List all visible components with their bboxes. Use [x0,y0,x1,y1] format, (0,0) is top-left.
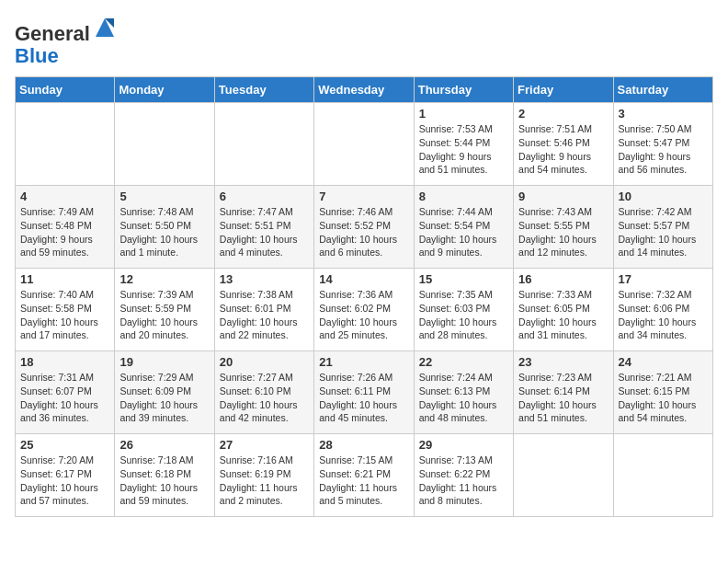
col-thursday: Thursday [414,77,513,103]
day-cell: 2Sunrise: 7:51 AM Sunset: 5:46 PM Daylig… [514,103,613,186]
day-number: 5 [119,190,209,203]
day-info: Sunrise: 7:39 AM Sunset: 5:59 PM Dayligh… [119,288,209,342]
day-number: 25 [20,438,109,452]
day-cell: 13Sunrise: 7:38 AM Sunset: 6:01 PM Dayli… [214,269,313,351]
day-cell: 6Sunrise: 7:47 AM Sunset: 5:51 PM Daylig… [214,186,313,269]
day-cell: 8Sunrise: 7:44 AM Sunset: 5:54 PM Daylig… [414,186,513,269]
day-number: 17 [619,272,708,286]
day-info: Sunrise: 7:29 AM Sunset: 6:09 PM Dayligh… [119,371,209,425]
col-friday: Friday [514,77,613,103]
day-info: Sunrise: 7:40 AM Sunset: 5:58 PM Dayligh… [20,288,109,342]
day-cell [16,103,115,186]
calendar-table: Sunday Monday Tuesday Wednesday Thursday… [15,76,713,517]
day-cell: 18Sunrise: 7:31 AM Sunset: 6:07 PM Dayli… [16,351,115,434]
day-cell: 25Sunrise: 7:20 AM Sunset: 6:17 PM Dayli… [16,434,115,517]
day-info: Sunrise: 7:23 AM Sunset: 6:14 PM Dayligh… [518,371,608,425]
col-sunday: Sunday [16,77,115,103]
day-info: Sunrise: 7:31 AM Sunset: 6:07 PM Dayligh… [20,371,109,425]
day-number: 21 [319,355,408,369]
logo: General Blue [15,15,118,67]
day-info: Sunrise: 7:50 AM Sunset: 5:47 PM Dayligh… [619,122,708,177]
day-number: 24 [619,355,708,369]
day-info: Sunrise: 7:26 AM Sunset: 6:11 PM Dayligh… [319,371,408,425]
day-cell [613,434,712,517]
day-info: Sunrise: 7:53 AM Sunset: 5:44 PM Dayligh… [419,122,508,177]
day-cell: 16Sunrise: 7:33 AM Sunset: 6:05 PM Dayli… [514,269,613,351]
day-number: 4 [20,190,109,203]
day-cell: 12Sunrise: 7:39 AM Sunset: 5:59 PM Dayli… [115,269,214,351]
day-cell: 23Sunrise: 7:23 AM Sunset: 6:14 PM Dayli… [514,351,613,434]
header-row: Sunday Monday Tuesday Wednesday Thursday… [16,77,713,103]
day-number: 9 [518,190,608,203]
day-cell: 21Sunrise: 7:26 AM Sunset: 6:11 PM Dayli… [314,351,414,434]
day-cell: 26Sunrise: 7:18 AM Sunset: 6:18 PM Dayli… [115,434,214,517]
day-info: Sunrise: 7:16 AM Sunset: 6:19 PM Dayligh… [220,454,309,508]
day-cell: 19Sunrise: 7:29 AM Sunset: 6:09 PM Dayli… [115,351,214,434]
logo-blue: Blue [15,44,59,67]
day-cell [115,103,214,186]
day-info: Sunrise: 7:15 AM Sunset: 6:21 PM Dayligh… [319,454,408,508]
day-cell: 4Sunrise: 7:49 AM Sunset: 5:48 PM Daylig… [16,186,115,269]
day-info: Sunrise: 7:33 AM Sunset: 6:05 PM Dayligh… [518,288,608,342]
logo-text: General [15,15,118,45]
logo-blue-text: Blue [15,45,118,67]
day-info: Sunrise: 7:36 AM Sunset: 6:02 PM Dayligh… [319,288,408,342]
day-number: 28 [319,438,408,452]
day-cell: 5Sunrise: 7:48 AM Sunset: 5:50 PM Daylig… [115,186,214,269]
day-number: 14 [319,272,408,286]
day-cell [314,103,414,186]
day-info: Sunrise: 7:48 AM Sunset: 5:50 PM Dayligh… [119,205,209,259]
day-number: 26 [119,438,209,452]
day-cell: 7Sunrise: 7:46 AM Sunset: 5:52 PM Daylig… [314,186,414,269]
day-cell: 29Sunrise: 7:13 AM Sunset: 6:22 PM Dayli… [414,434,513,517]
day-info: Sunrise: 7:18 AM Sunset: 6:18 PM Dayligh… [119,454,209,508]
day-number: 12 [119,272,209,286]
day-number: 1 [419,107,508,121]
day-info: Sunrise: 7:42 AM Sunset: 5:57 PM Dayligh… [619,205,708,259]
day-cell: 1Sunrise: 7:53 AM Sunset: 5:44 PM Daylig… [414,103,513,186]
day-number: 23 [518,355,608,369]
day-cell: 10Sunrise: 7:42 AM Sunset: 5:57 PM Dayli… [613,186,712,269]
day-cell [214,103,313,186]
day-number: 19 [119,355,209,369]
logo-icon [92,15,118,40]
day-number: 10 [619,190,708,203]
day-info: Sunrise: 7:35 AM Sunset: 6:03 PM Dayligh… [419,288,508,342]
col-wednesday: Wednesday [314,77,414,103]
page-header: General Blue [15,15,713,67]
day-info: Sunrise: 7:44 AM Sunset: 5:54 PM Dayligh… [419,205,508,259]
day-info: Sunrise: 7:46 AM Sunset: 5:52 PM Dayligh… [319,205,408,259]
day-info: Sunrise: 7:20 AM Sunset: 6:17 PM Dayligh… [20,454,109,508]
day-info: Sunrise: 7:27 AM Sunset: 6:10 PM Dayligh… [220,371,309,425]
day-info: Sunrise: 7:21 AM Sunset: 6:15 PM Dayligh… [619,371,708,425]
day-cell [514,434,613,517]
day-number: 16 [518,272,608,286]
day-cell: 3Sunrise: 7:50 AM Sunset: 5:47 PM Daylig… [613,103,712,186]
day-number: 11 [20,272,109,286]
day-cell: 28Sunrise: 7:15 AM Sunset: 6:21 PM Dayli… [314,434,414,517]
day-info: Sunrise: 7:13 AM Sunset: 6:22 PM Dayligh… [419,454,508,508]
day-number: 27 [220,438,309,452]
calendar-body: 1Sunrise: 7:53 AM Sunset: 5:44 PM Daylig… [16,103,713,517]
day-number: 8 [419,190,508,203]
week-row-4: 18Sunrise: 7:31 AM Sunset: 6:07 PM Dayli… [16,351,713,434]
day-cell: 22Sunrise: 7:24 AM Sunset: 6:13 PM Dayli… [414,351,513,434]
week-row-5: 25Sunrise: 7:20 AM Sunset: 6:17 PM Dayli… [16,434,713,517]
day-number: 18 [20,355,109,369]
day-info: Sunrise: 7:51 AM Sunset: 5:46 PM Dayligh… [518,122,608,177]
day-cell: 24Sunrise: 7:21 AM Sunset: 6:15 PM Dayli… [613,351,712,434]
day-info: Sunrise: 7:49 AM Sunset: 5:48 PM Dayligh… [20,205,109,259]
day-number: 3 [619,107,708,121]
col-saturday: Saturday [613,77,712,103]
day-number: 22 [419,355,508,369]
day-info: Sunrise: 7:24 AM Sunset: 6:13 PM Dayligh… [419,371,508,425]
day-number: 2 [518,107,608,121]
week-row-2: 4Sunrise: 7:49 AM Sunset: 5:48 PM Daylig… [16,186,713,269]
day-info: Sunrise: 7:43 AM Sunset: 5:55 PM Dayligh… [518,205,608,259]
col-monday: Monday [115,77,214,103]
day-number: 7 [319,190,408,203]
day-cell: 27Sunrise: 7:16 AM Sunset: 6:19 PM Dayli… [214,434,313,517]
week-row-3: 11Sunrise: 7:40 AM Sunset: 5:58 PM Dayli… [16,269,713,351]
day-number: 15 [419,272,508,286]
day-number: 29 [419,438,508,452]
